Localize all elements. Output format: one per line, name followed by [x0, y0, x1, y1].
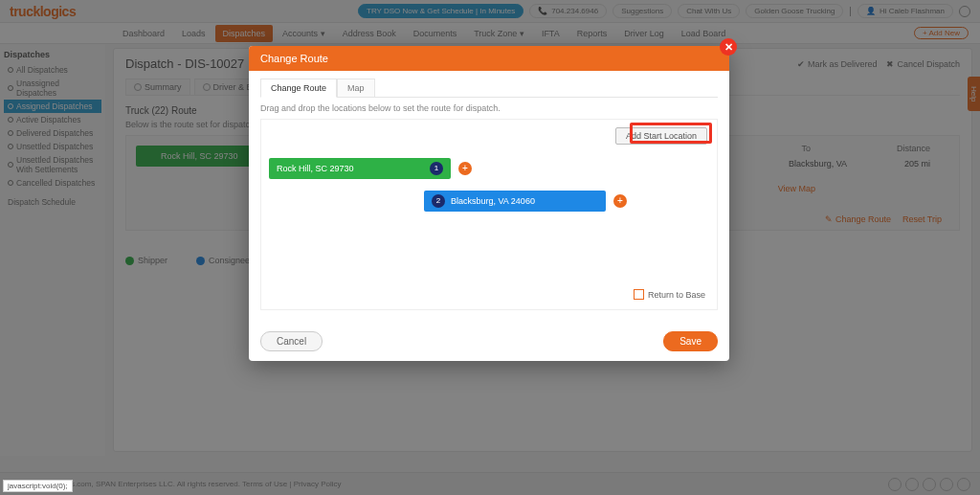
add-after-2-icon[interactable]: +: [613, 194, 627, 208]
modal-tab-change[interactable]: Change Route: [260, 79, 337, 98]
modal-title: Change Route: [260, 53, 328, 64]
location-2[interactable]: 2 Blacksburg, VA 24060: [424, 191, 606, 212]
return-to-base[interactable]: Return to Base: [634, 289, 705, 300]
modal-header: Change Route ✕: [249, 46, 729, 71]
save-button[interactable]: Save: [663, 331, 718, 351]
cancel-button[interactable]: Cancel: [260, 331, 323, 351]
change-route-modal: Change Route ✕ Change Route Map Drag and…: [249, 46, 729, 361]
location-2-label: Blacksburg, VA 24060: [451, 196, 535, 206]
location-1-label: Rock Hill, SC 29730: [277, 164, 354, 173]
add-after-1-icon[interactable]: +: [458, 162, 472, 175]
location-1[interactable]: Rock Hill, SC 29730 1: [269, 158, 451, 179]
add-start-button[interactable]: Add Start Location: [615, 127, 707, 145]
route-canvas: Add Start Location Rock Hill, SC 29730 1…: [260, 119, 718, 310]
location-2-badge: 2: [432, 194, 445, 208]
modal-hint: Drag and drop the locations below to set…: [260, 103, 718, 113]
modal-tab-map[interactable]: Map: [337, 79, 375, 97]
checkbox-icon[interactable]: [634, 289, 644, 300]
status-bar: javascript:void(0);: [3, 480, 73, 492]
close-icon[interactable]: ✕: [720, 38, 737, 56]
location-1-badge: 1: [430, 162, 443, 175]
